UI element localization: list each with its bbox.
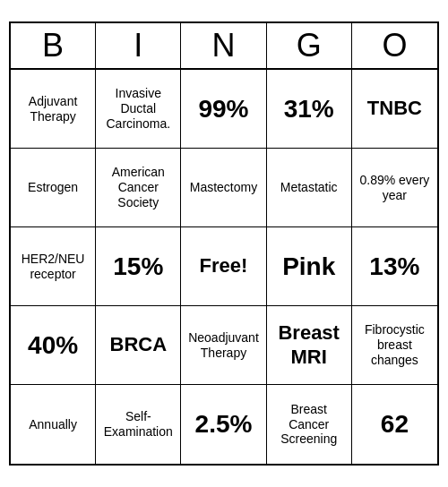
bingo-cell: Estrogen: [11, 149, 96, 227]
bingo-cell: Pink: [267, 227, 352, 306]
header-letter: N: [181, 23, 266, 68]
bingo-cell: Annually: [11, 385, 96, 464]
bingo-cell: Mastectomy: [181, 149, 266, 227]
bingo-cell: Fibrocystic breast changes: [352, 306, 437, 385]
bingo-cell: 40%: [11, 306, 96, 385]
bingo-cell: 0.89% every year: [352, 149, 437, 227]
header-letter: G: [267, 23, 352, 68]
header-letter: O: [352, 23, 437, 68]
bingo-cell: TNBC: [352, 70, 437, 149]
bingo-cell: Free!: [181, 227, 266, 306]
bingo-cell: Self-Examination: [96, 385, 181, 464]
bingo-cell: 13%: [352, 227, 437, 306]
bingo-cell: Neoadjuvant Therapy: [181, 306, 266, 385]
bingo-cell: 31%: [267, 70, 352, 149]
bingo-cell: Metastatic: [267, 149, 352, 227]
bingo-cell: 2.5%: [181, 385, 266, 464]
bingo-cell: Adjuvant Therapy: [11, 70, 96, 149]
header-letter: B: [11, 23, 96, 68]
bingo-cell: Invasive Ductal Carcinoma.: [96, 70, 181, 149]
bingo-cell: American Cancer Society: [96, 149, 181, 227]
header-letter: I: [96, 23, 181, 68]
bingo-card: BINGO Adjuvant TherapyInvasive Ductal Ca…: [9, 21, 439, 466]
bingo-cell: Breast Cancer Screening: [267, 385, 352, 464]
bingo-grid: Adjuvant TherapyInvasive Ductal Carcinom…: [11, 70, 437, 464]
bingo-cell: Breast MRI: [267, 306, 352, 385]
bingo-cell: HER2/NEU receptor: [11, 227, 96, 306]
bingo-header: BINGO: [11, 23, 437, 70]
bingo-cell: 62: [352, 385, 437, 464]
bingo-cell: BRCA: [96, 306, 181, 385]
bingo-cell: 15%: [96, 227, 181, 306]
bingo-cell: 99%: [181, 70, 266, 149]
